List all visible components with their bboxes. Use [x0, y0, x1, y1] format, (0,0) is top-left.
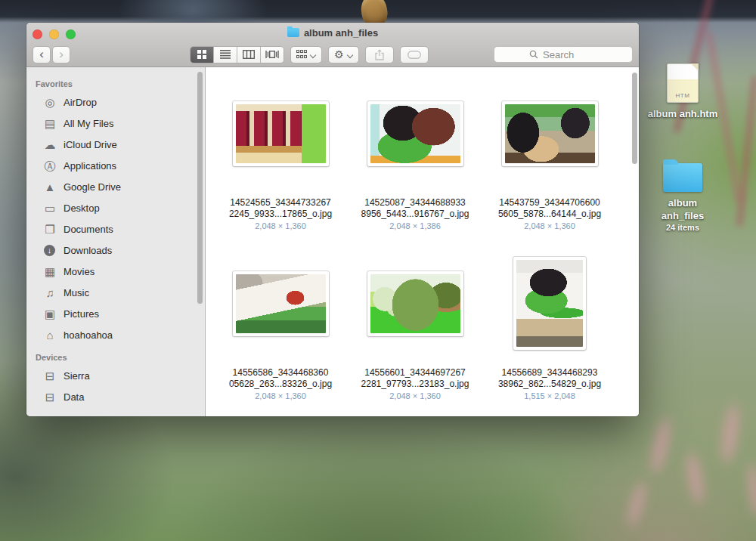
column-view-icon — [243, 50, 255, 59]
list-view-icon — [220, 50, 231, 59]
desktop-icon-album-anh-files-folder[interactable]: album anh_files 24 items — [637, 157, 728, 233]
file-dimensions: 2,048 × 1,360 — [255, 391, 306, 401]
list-view-button[interactable] — [214, 47, 237, 63]
desktop-icon-label: album anh.htm — [648, 107, 717, 120]
chevron-right-icon: › — [59, 48, 64, 60]
movies-icon: ▦ — [43, 266, 57, 277]
grass-spike-decoration — [720, 403, 741, 464]
back-button[interactable]: ‹ — [33, 46, 51, 63]
icon-grid: 14524565_34344733267 2245_9933...17865_o… — [213, 67, 617, 407]
coverflow-view-button[interactable] — [261, 47, 284, 63]
chevron-left-icon: ‹ — [39, 48, 44, 60]
sidebar-item-music[interactable]: ♫ Music — [26, 282, 205, 303]
file-name: 14556689_3434468293 38962_862...54829_o.… — [498, 367, 601, 390]
file-name: 14556586_3434468360 05628_263...83326_o.… — [229, 367, 332, 390]
folder-label-line1: album — [662, 196, 704, 209]
thumbnail-box — [367, 82, 463, 184]
disk-icon: ⊟ — [43, 391, 57, 403]
sidebar-item-documents[interactable]: ❐ Documents — [26, 218, 205, 240]
photo-market-stall — [505, 104, 595, 163]
search-input[interactable] — [541, 48, 597, 61]
htm-badge: HTM — [668, 92, 698, 99]
search-field[interactable] — [494, 46, 633, 63]
arrange-menu-button[interactable] — [290, 46, 322, 63]
sidebar-item-hoahoahoa[interactable]: ⌂ hoahoahoa — [26, 324, 205, 345]
file-item[interactable]: 14556601_34344697267 2281_97793...23183_… — [348, 237, 482, 407]
zoom-button[interactable] — [66, 29, 76, 39]
column-view-button[interactable] — [237, 47, 261, 63]
sidebar-item-sierra[interactable]: ⊟ Sierra — [26, 365, 205, 386]
file-item[interactable]: 14543759_34344706600 5605_5878...64144_o… — [482, 67, 617, 237]
content-scrollbar[interactable] — [632, 73, 637, 164]
sidebar-section-favorites: Favorites — [26, 76, 205, 91]
file-item[interactable]: 14524565_34344733267 2245_9933...17865_o… — [213, 67, 348, 237]
close-button[interactable] — [33, 29, 42, 39]
title-bar: album anh_files — [26, 23, 639, 42]
sidebar-item-desktop[interactable]: ▭ Desktop — [26, 197, 205, 218]
desktop-icon-album-anh-htm[interactable]: HTM album anh.htm — [637, 63, 728, 120]
sidebar-item-label: AirDrop — [64, 97, 97, 108]
sidebar-item-applications[interactable]: Ⓐ Applications — [26, 155, 205, 176]
file-dimensions: 2,048 × 1,360 — [255, 221, 306, 231]
sidebar-item-movies[interactable]: ▦ Movies — [26, 261, 205, 282]
file-item[interactable]: 14525087_34344688933 8956_5443...916767_… — [348, 67, 482, 237]
share-button[interactable] — [365, 46, 394, 63]
desktop-icon-label: album anh_files — [662, 196, 704, 222]
minimize-button[interactable] — [49, 29, 59, 39]
music-icon: ♫ — [43, 287, 57, 298]
sidebar-item-airdrop[interactable]: ◎ AirDrop — [26, 91, 205, 113]
file-name: 14524565_34344733267 2245_9933...17865_o… — [229, 197, 332, 220]
folder-label-line2: anh_files — [662, 209, 704, 222]
file-thumbnail[interactable] — [513, 257, 586, 350]
sidebar-item-pictures[interactable]: ▣ Pictures — [26, 303, 205, 324]
flower-stem-decoration — [738, 76, 756, 226]
tag-button[interactable] — [400, 46, 429, 63]
tag-icon — [407, 51, 421, 59]
sidebar-item-downloads[interactable]: ↓ Downloads — [26, 240, 205, 261]
grid-view-icon — [197, 49, 207, 60]
file-dimensions: 2,048 × 1,386 — [389, 221, 441, 231]
sidebar-item-label: Data — [64, 391, 84, 403]
file-thumbnail[interactable] — [367, 271, 463, 336]
desktop-icon: ▭ — [43, 202, 57, 214]
window-title-group: album anh_files — [287, 27, 378, 39]
sidebar-item-label: Downloads — [64, 245, 112, 256]
chevron-down-icon — [311, 52, 316, 57]
window-body: Favorites ◎ AirDrop ▤ All My Files ☁ iCl… — [26, 67, 639, 416]
thumbnail-box — [233, 252, 329, 354]
page-fold-decoration — [691, 63, 699, 71]
sidebar-item-label: iCloud Drive — [64, 139, 117, 150]
htm-file-icon: HTM — [667, 63, 699, 103]
folder-proxy-icon — [287, 28, 299, 37]
icon-view-button[interactable] — [191, 47, 214, 63]
action-menu-button[interactable]: ⚙ — [328, 46, 359, 63]
file-name: 14525087_34344688933 8956_5443...916767_… — [361, 197, 469, 220]
grass-spike-decoration — [649, 416, 672, 475]
folder-item-count: 24 items — [666, 222, 699, 233]
file-dimensions: 2,048 × 1,360 — [524, 221, 575, 231]
sidebar-item-data[interactable]: ⊟ Data — [26, 386, 205, 407]
grass-spike-decoration — [685, 451, 705, 505]
arrange-icon — [296, 50, 307, 59]
sidebar-item-icloud-drive[interactable]: ☁ iCloud Drive — [26, 134, 205, 155]
photo-red-bottles — [236, 104, 326, 163]
file-thumbnail[interactable] — [367, 101, 463, 166]
file-thumbnail[interactable] — [233, 271, 329, 336]
file-thumbnail[interactable] — [233, 101, 329, 166]
file-item[interactable]: 14556586_3434468360 05628_263...83326_o.… — [213, 237, 348, 407]
file-name: 14556601_34344697267 2281_97793...23183_… — [361, 367, 469, 390]
sidebar-item-google-drive[interactable]: ▲ Google Drive — [26, 176, 205, 197]
file-thumbnail[interactable] — [502, 101, 598, 166]
file-item[interactable]: 14556689_3434468293 38962_862...54829_o.… — [482, 237, 617, 407]
all-my-files-icon: ▤ — [43, 118, 57, 129]
sidebar: Favorites ◎ AirDrop ▤ All My Files ☁ iCl… — [26, 67, 206, 416]
sidebar-item-label: Pictures — [64, 308, 99, 320]
thumbnail-box — [233, 82, 329, 184]
downloads-icon: ↓ — [44, 245, 55, 256]
thumbnail-box — [502, 82, 598, 184]
photo-banner — [236, 274, 326, 333]
window-chrome[interactable]: album anh_files ‹ › — [26, 23, 639, 67]
sidebar-item-all-my-files[interactable]: ▤ All My Files — [26, 113, 205, 134]
forward-button[interactable]: › — [52, 46, 70, 63]
sidebar-scrollbar[interactable] — [197, 72, 203, 304]
